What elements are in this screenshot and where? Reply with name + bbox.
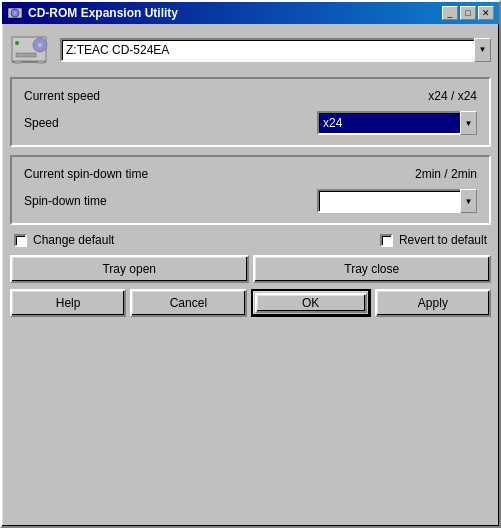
current-speed-row: Current speed x24 / x24: [24, 89, 477, 103]
current-spindown-label: Current spin-down time: [24, 167, 148, 181]
minimize-button[interactable]: _: [442, 6, 458, 20]
checkboxes-container: Change default Revert to default: [10, 233, 491, 247]
bottom-buttons-row: Help Cancel OK Apply: [10, 289, 491, 317]
current-spindown-value: 2min / 2min: [415, 167, 477, 181]
revert-default-label: Revert to default: [399, 233, 487, 247]
svg-point-8: [38, 43, 42, 47]
spindown-label: Spin-down time: [24, 194, 107, 208]
title-bar: CD-ROM Expansion Utility _ □ ✕: [2, 2, 499, 24]
cdrom-app-icon: [7, 5, 23, 21]
change-default-group: Change default: [14, 233, 114, 247]
title-text: CD-ROM Expansion Utility: [28, 6, 178, 20]
revert-default-group: Revert to default: [380, 233, 487, 247]
maximize-button[interactable]: □: [460, 6, 476, 20]
svg-rect-10: [15, 61, 21, 64]
apply-button[interactable]: Apply: [375, 289, 491, 317]
spindown-select-wrapper: 1min 2min 5min 10min Never ▼: [317, 189, 477, 213]
title-bar-left: CD-ROM Expansion Utility: [7, 5, 178, 21]
speed-panel: Current speed x24 / x24 Speed x24 x16 x8…: [10, 77, 491, 147]
svg-rect-11: [38, 61, 44, 64]
cancel-button[interactable]: Cancel: [130, 289, 246, 317]
speed-row: Speed x24 x16 x8 x4 x2 x1 ▼: [24, 111, 477, 135]
drive-icon: [10, 32, 50, 67]
drive-select[interactable]: Z:TEAC CD-524EA: [60, 38, 491, 62]
drive-row: Z:TEAC CD-524EA ▼: [10, 32, 491, 67]
tray-open-button[interactable]: Tray open: [10, 255, 249, 283]
change-default-label: Change default: [33, 233, 114, 247]
tray-buttons-row: Tray open Tray close: [10, 255, 491, 283]
close-button[interactable]: ✕: [478, 6, 494, 20]
ok-button[interactable]: OK: [255, 293, 367, 313]
revert-default-checkbox[interactable]: [380, 234, 393, 247]
spindown-row: Spin-down time 1min 2min 5min 10min Neve…: [24, 189, 477, 213]
svg-point-2: [14, 12, 16, 14]
spindown-select[interactable]: 1min 2min 5min 10min Never: [317, 189, 477, 213]
help-button[interactable]: Help: [10, 289, 126, 317]
current-spindown-row: Current spin-down time 2min / 2min: [24, 167, 477, 181]
ok-button-wrapper: OK: [251, 289, 371, 317]
speed-select-wrapper: x24 x16 x8 x4 x2 x1 ▼: [317, 111, 477, 135]
speed-select[interactable]: x24 x16 x8 x4 x2 x1: [317, 111, 477, 135]
main-window: CD-ROM Expansion Utility _ □ ✕: [0, 0, 501, 528]
title-buttons: _ □ ✕: [442, 6, 494, 20]
change-default-checkbox[interactable]: [14, 234, 27, 247]
drive-select-wrapper: Z:TEAC CD-524EA ▼: [60, 38, 491, 62]
speed-label: Speed: [24, 116, 59, 130]
tray-close-button[interactable]: Tray close: [253, 255, 492, 283]
svg-rect-6: [16, 53, 36, 57]
window-content: Z:TEAC CD-524EA ▼ Current speed x24 / x2…: [2, 24, 499, 526]
current-speed-value: x24 / x24: [428, 89, 477, 103]
current-speed-label: Current speed: [24, 89, 100, 103]
spindown-panel: Current spin-down time 2min / 2min Spin-…: [10, 155, 491, 225]
svg-point-5: [15, 41, 19, 45]
